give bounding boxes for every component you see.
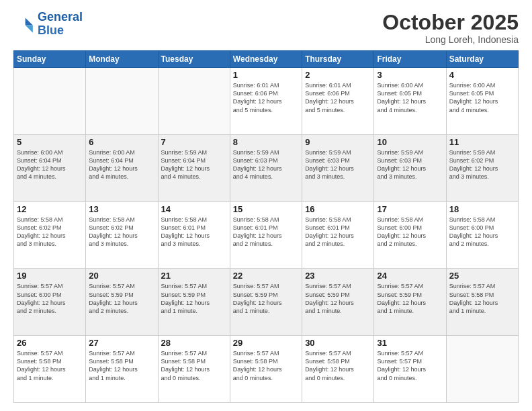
day-info: Sunrise: 5:57 AM Sunset: 5:58 PM Dayligh…: [17, 349, 83, 382]
weekday-header: Tuesday: [158, 51, 230, 68]
day-info: Sunrise: 5:57 AM Sunset: 5:58 PM Dayligh…: [305, 349, 371, 382]
svg-marker-1: [26, 25, 33, 32]
day-number: 17: [377, 204, 443, 214]
day-number: 19: [17, 271, 83, 281]
calendar-cell: 6Sunrise: 6:00 AM Sunset: 6:04 PM Daylig…: [86, 134, 158, 201]
month-title: October 2025: [382, 11, 519, 34]
day-info: Sunrise: 5:59 AM Sunset: 6:03 PM Dayligh…: [233, 148, 299, 181]
day-number: 8: [233, 137, 299, 147]
day-info: Sunrise: 5:58 AM Sunset: 6:02 PM Dayligh…: [17, 216, 83, 248]
day-number: 29: [233, 338, 299, 348]
day-info: Sunrise: 5:57 AM Sunset: 5:59 PM Dayligh…: [305, 282, 371, 315]
logo-text: General Blue: [38, 11, 83, 38]
calendar-week-row: 26Sunrise: 5:57 AM Sunset: 5:58 PM Dayli…: [14, 336, 519, 403]
calendar-cell: 18Sunrise: 5:58 AM Sunset: 6:00 PM Dayli…: [446, 201, 518, 269]
calendar-cell: 14Sunrise: 5:58 AM Sunset: 6:01 PM Dayli…: [158, 201, 230, 269]
day-number: 4: [449, 70, 515, 80]
header: General Blue October 2025 Long Loreh, In…: [13, 11, 519, 45]
day-number: 27: [89, 338, 154, 348]
weekday-header: Wednesday: [230, 51, 302, 68]
calendar-cell: 19Sunrise: 5:57 AM Sunset: 6:00 PM Dayli…: [14, 269, 86, 336]
day-number: 1: [233, 70, 299, 80]
day-info: Sunrise: 5:57 AM Sunset: 5:59 PM Dayligh…: [89, 282, 154, 315]
svg-marker-0: [26, 17, 33, 25]
day-info: Sunrise: 5:59 AM Sunset: 6:03 PM Dayligh…: [305, 148, 371, 181]
calendar-cell: [446, 336, 518, 403]
day-number: 20: [89, 271, 154, 281]
calendar-cell: [14, 68, 86, 135]
day-number: 6: [89, 137, 154, 147]
calendar-week-row: 19Sunrise: 5:57 AM Sunset: 6:00 PM Dayli…: [14, 269, 519, 336]
day-info: Sunrise: 5:57 AM Sunset: 5:58 PM Dayligh…: [89, 349, 154, 382]
calendar-cell: 26Sunrise: 5:57 AM Sunset: 5:58 PM Dayli…: [14, 336, 86, 403]
calendar-week-row: 5Sunrise: 6:00 AM Sunset: 6:04 PM Daylig…: [14, 134, 519, 201]
day-info: Sunrise: 5:58 AM Sunset: 6:01 PM Dayligh…: [305, 216, 371, 248]
calendar-cell: 20Sunrise: 5:57 AM Sunset: 5:59 PM Dayli…: [86, 269, 158, 336]
calendar-cell: 21Sunrise: 5:57 AM Sunset: 5:59 PM Dayli…: [158, 269, 230, 336]
title-area: October 2025 Long Loreh, Indonesia: [382, 11, 519, 45]
calendar-cell: 16Sunrise: 5:58 AM Sunset: 6:01 PM Dayli…: [302, 201, 374, 269]
day-number: 9: [305, 137, 371, 147]
day-info: Sunrise: 5:58 AM Sunset: 6:00 PM Dayligh…: [449, 216, 515, 248]
day-info: Sunrise: 5:57 AM Sunset: 5:59 PM Dayligh…: [233, 282, 299, 315]
day-info: Sunrise: 5:58 AM Sunset: 6:00 PM Dayligh…: [377, 216, 443, 248]
calendar-table: SundayMondayTuesdayWednesdayThursdayFrid…: [13, 50, 519, 403]
day-number: 30: [305, 338, 371, 348]
day-info: Sunrise: 6:00 AM Sunset: 6:05 PM Dayligh…: [377, 81, 443, 114]
day-number: 18: [449, 204, 515, 214]
logo-line2: Blue: [38, 24, 64, 37]
day-number: 31: [377, 338, 443, 348]
day-info: Sunrise: 5:58 AM Sunset: 6:01 PM Dayligh…: [161, 216, 227, 248]
day-number: 23: [305, 271, 371, 281]
day-info: Sunrise: 6:01 AM Sunset: 6:06 PM Dayligh…: [305, 81, 371, 114]
day-info: Sunrise: 6:00 AM Sunset: 6:04 PM Dayligh…: [17, 148, 83, 181]
day-info: Sunrise: 5:58 AM Sunset: 6:02 PM Dayligh…: [89, 216, 154, 248]
day-info: Sunrise: 5:57 AM Sunset: 5:58 PM Dayligh…: [161, 349, 227, 382]
day-info: Sunrise: 5:58 AM Sunset: 6:01 PM Dayligh…: [233, 216, 299, 248]
day-number: 22: [233, 271, 299, 281]
logo: General Blue: [13, 11, 83, 38]
day-number: 21: [161, 271, 227, 281]
day-info: Sunrise: 5:57 AM Sunset: 6:00 PM Dayligh…: [17, 282, 83, 315]
logo-icon: [13, 13, 35, 35]
day-info: Sunrise: 6:00 AM Sunset: 6:05 PM Dayligh…: [449, 81, 515, 114]
weekday-header: Saturday: [446, 51, 518, 68]
day-number: 24: [377, 271, 443, 281]
calendar-cell: 13Sunrise: 5:58 AM Sunset: 6:02 PM Dayli…: [86, 201, 158, 269]
calendar-cell: 28Sunrise: 5:57 AM Sunset: 5:58 PM Dayli…: [158, 336, 230, 403]
day-number: 25: [449, 271, 515, 281]
day-number: 16: [305, 204, 371, 214]
calendar-cell: 5Sunrise: 6:00 AM Sunset: 6:04 PM Daylig…: [14, 134, 86, 201]
calendar-cell: 4Sunrise: 6:00 AM Sunset: 6:05 PM Daylig…: [446, 68, 518, 135]
calendar-header-row: SundayMondayTuesdayWednesdayThursdayFrid…: [14, 51, 519, 68]
day-number: 14: [161, 204, 227, 214]
day-number: 13: [89, 204, 154, 214]
calendar-cell: 24Sunrise: 5:57 AM Sunset: 5:59 PM Dayli…: [374, 269, 446, 336]
weekday-header: Thursday: [302, 51, 374, 68]
calendar-cell: 12Sunrise: 5:58 AM Sunset: 6:02 PM Dayli…: [14, 201, 86, 269]
day-info: Sunrise: 5:59 AM Sunset: 6:02 PM Dayligh…: [449, 148, 515, 181]
day-info: Sunrise: 6:01 AM Sunset: 6:06 PM Dayligh…: [233, 81, 299, 114]
day-info: Sunrise: 5:59 AM Sunset: 6:03 PM Dayligh…: [377, 148, 443, 181]
calendar-cell: 31Sunrise: 5:57 AM Sunset: 5:57 PM Dayli…: [374, 336, 446, 403]
day-info: Sunrise: 5:57 AM Sunset: 5:58 PM Dayligh…: [449, 282, 515, 315]
calendar-cell: 15Sunrise: 5:58 AM Sunset: 6:01 PM Dayli…: [230, 201, 302, 269]
day-number: 7: [161, 137, 227, 147]
day-number: 5: [17, 137, 83, 147]
calendar-cell: [158, 68, 230, 135]
day-info: Sunrise: 6:00 AM Sunset: 6:04 PM Dayligh…: [89, 148, 154, 181]
calendar-cell: 3Sunrise: 6:00 AM Sunset: 6:05 PM Daylig…: [374, 68, 446, 135]
day-info: Sunrise: 5:59 AM Sunset: 6:04 PM Dayligh…: [161, 148, 227, 181]
day-number: 10: [377, 137, 443, 147]
day-number: 11: [449, 137, 515, 147]
calendar-cell: 8Sunrise: 5:59 AM Sunset: 6:03 PM Daylig…: [230, 134, 302, 201]
calendar-cell: 11Sunrise: 5:59 AM Sunset: 6:02 PM Dayli…: [446, 134, 518, 201]
day-number: 12: [17, 204, 83, 214]
calendar-week-row: 1Sunrise: 6:01 AM Sunset: 6:06 PM Daylig…: [14, 68, 519, 135]
calendar-cell: 10Sunrise: 5:59 AM Sunset: 6:03 PM Dayli…: [374, 134, 446, 201]
calendar-cell: 25Sunrise: 5:57 AM Sunset: 5:58 PM Dayli…: [446, 269, 518, 336]
page: General Blue October 2025 Long Loreh, In…: [0, 0, 532, 411]
day-number: 28: [161, 338, 227, 348]
location: Long Loreh, Indonesia: [382, 34, 519, 45]
day-number: 15: [233, 204, 299, 214]
